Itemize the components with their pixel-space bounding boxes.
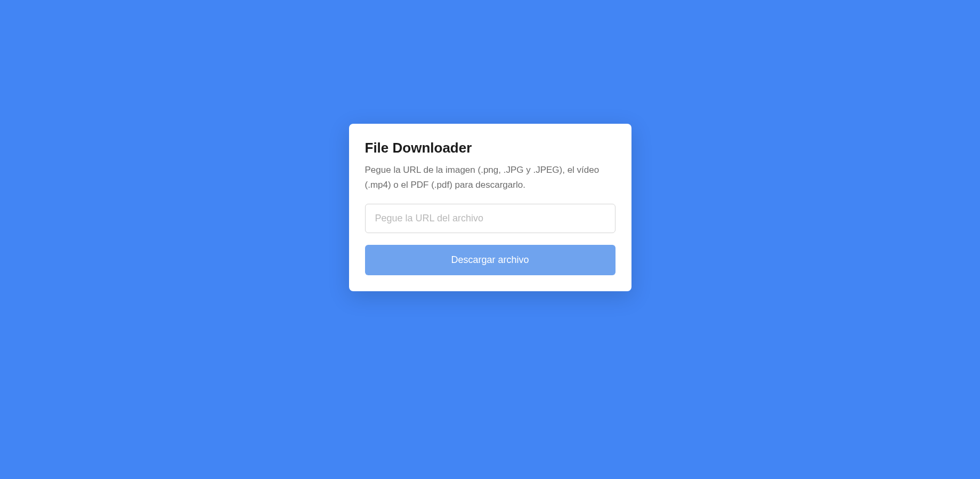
url-input[interactable] <box>365 204 615 233</box>
download-button[interactable]: Descargar archivo <box>365 245 615 275</box>
card-description: Pegue la URL de la imagen (.png, .JPG y … <box>365 163 615 191</box>
downloader-card: File Downloader Pegue la URL de la image… <box>349 124 631 291</box>
card-title: File Downloader <box>365 140 615 156</box>
